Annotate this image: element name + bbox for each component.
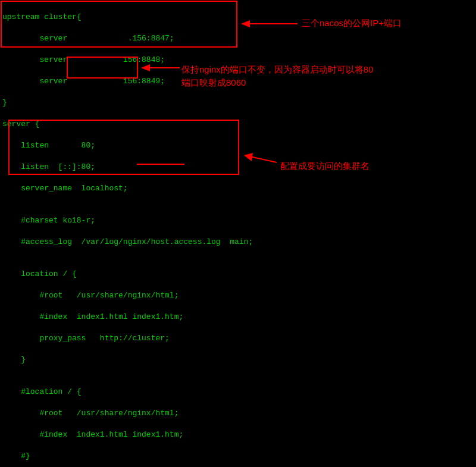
- code-line: #charset koi8-r;: [2, 215, 474, 226]
- code-line: listen [::]:80;: [2, 162, 474, 173]
- code-line: #root /usr/share/nginx/html;: [2, 290, 474, 301]
- annotation-nacos: 三个nacos的公网IP+端口: [302, 18, 402, 29]
- annotation-nginx-port: 保持nginx的端口不变，因为容器启动时可以将80 端口映射成8060: [181, 63, 374, 89]
- annotation-line: 保持nginx的端口不变，因为容器启动时可以将80: [181, 63, 374, 76]
- code-line: location / {: [2, 269, 474, 280]
- underline-cluster: [137, 164, 184, 165]
- code-line: #}: [2, 451, 474, 462]
- code-line: upstream cluster{: [2, 12, 474, 23]
- code-line: server {: [2, 119, 474, 130]
- code-line: proxy_pass http://cluster;: [2, 333, 474, 344]
- code-line: }: [2, 355, 474, 365]
- annotation-line: 端口映射成8060: [181, 76, 374, 89]
- annotation-cluster: 配置成要访问的集群名: [280, 161, 369, 172]
- code-line: #index index1.html index1.htm;: [2, 430, 474, 440]
- code-line: #access_log /var/log/nginx/host.access.l…: [2, 237, 474, 247]
- code-line: server .156:8847;: [2, 33, 474, 44]
- code-line: listen 80;: [2, 140, 474, 151]
- code-line: }: [2, 98, 474, 108]
- code-line: #root /usr/share/nginx/html;: [2, 408, 474, 419]
- code-line: #index index1.html index1.htm;: [2, 312, 474, 322]
- code-line: server_name localhost;: [2, 183, 474, 194]
- code-line: #location / {: [2, 387, 474, 397]
